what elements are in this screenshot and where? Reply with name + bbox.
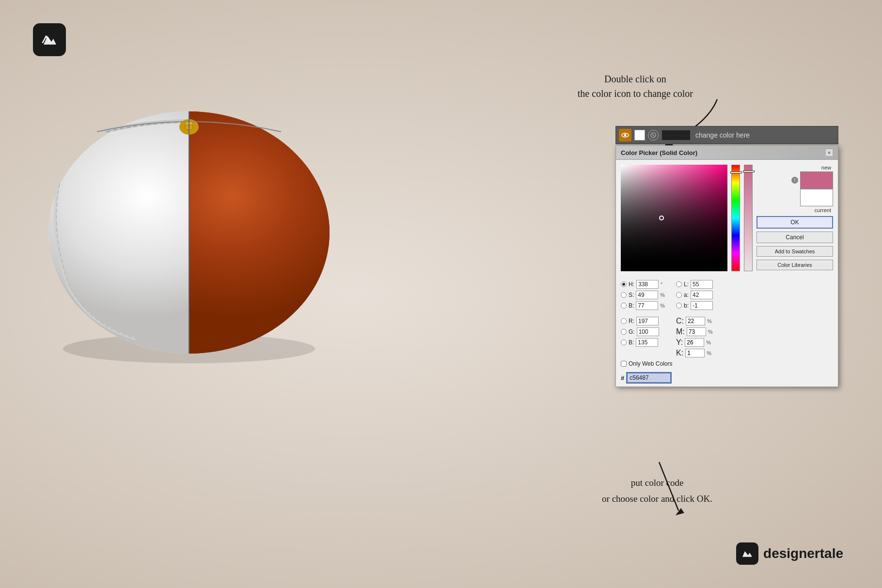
svg-line-16 bbox=[652, 134, 654, 136]
field-input-S[interactable]: 49 bbox=[636, 291, 658, 299]
field-label-L: L: bbox=[684, 281, 689, 288]
field-input-Y[interactable]: 26 bbox=[685, 338, 704, 347]
field-input-L[interactable]: 55 bbox=[691, 280, 713, 289]
color-picker-right-panel: new ! current OK Cancel A bbox=[756, 165, 833, 271]
logo-bottom: designertale bbox=[736, 542, 843, 565]
field-row-Y: Y: 26 % bbox=[676, 338, 716, 347]
svg-marker-17 bbox=[676, 508, 684, 515]
alpha-slider[interactable] bbox=[744, 165, 753, 271]
field-input-B2[interactable]: 135 bbox=[636, 338, 658, 347]
field-label-H: H: bbox=[629, 281, 634, 288]
field-row-H: H: 338 ° bbox=[621, 280, 668, 289]
photoshop-ui: change color here Color Picker (Solid Co… bbox=[615, 126, 838, 387]
field-label-R: R: bbox=[629, 318, 634, 325]
field-input-M[interactable]: 73 bbox=[687, 327, 706, 336]
layer-white-swatch[interactable] bbox=[634, 130, 645, 140]
brand-name: designertale bbox=[763, 546, 843, 561]
field-unit-H: ° bbox=[661, 281, 668, 287]
layer-label: change color here bbox=[695, 131, 835, 139]
field-row-M: M: 73 % bbox=[676, 327, 716, 336]
field-row-b2: b: -1 bbox=[676, 301, 716, 310]
radio-a[interactable] bbox=[676, 292, 682, 298]
field-label-B: B: bbox=[629, 302, 634, 309]
layer-circle-icon bbox=[648, 130, 659, 140]
bag-illustration bbox=[10, 48, 368, 378]
only-web-colors-checkbox[interactable] bbox=[621, 361, 627, 367]
field-input-K[interactable]: 1 bbox=[685, 349, 705, 357]
hue-thumb bbox=[730, 171, 742, 173]
close-button[interactable]: × bbox=[825, 149, 833, 156]
hex-symbol: # bbox=[621, 374, 624, 382]
field-label-Y: Y: bbox=[676, 338, 683, 347]
color-picker-dialog: Color Picker (Solid Color) × bbox=[615, 145, 838, 387]
radio-B[interactable] bbox=[621, 303, 627, 309]
field-unit-M: % bbox=[708, 329, 716, 335]
gradient-cursor bbox=[659, 216, 664, 220]
field-row-L: L: 55 bbox=[676, 280, 716, 289]
field-label-C: C: bbox=[676, 317, 684, 325]
label-new: new bbox=[821, 165, 831, 170]
color-fields-left: H: 338 ° S: 49 % B: 77 % bbox=[621, 280, 668, 357]
field-input-B[interactable]: 77 bbox=[636, 301, 658, 310]
field-input-R[interactable]: 197 bbox=[636, 317, 659, 325]
new-color-swatch bbox=[800, 171, 833, 189]
field-row-B2: B: 135 bbox=[621, 338, 668, 347]
cancel-button[interactable]: Cancel bbox=[756, 232, 833, 243]
logo-bottom-icon bbox=[736, 542, 758, 565]
color-libraries-button[interactable]: Color Libraries bbox=[756, 260, 833, 270]
field-unit-B: % bbox=[660, 303, 668, 309]
radio-R[interactable] bbox=[621, 318, 627, 324]
hex-row: # c56487 bbox=[616, 371, 838, 387]
field-row-a: a: 42 bbox=[676, 291, 716, 299]
layer-dark-bar bbox=[662, 130, 691, 140]
current-color-swatch bbox=[800, 189, 833, 206]
color-fields-right: L: 55 a: 42 b: -1 C: 22 % bbox=[676, 280, 716, 357]
color-fields: H: 338 ° S: 49 % B: 77 % bbox=[616, 276, 838, 360]
web-colors-label: Only Web Colors bbox=[629, 360, 672, 367]
field-input-G[interactable]: 100 bbox=[637, 327, 659, 336]
radio-B2[interactable] bbox=[621, 340, 627, 345]
color-gradient-picker[interactable] bbox=[621, 165, 727, 271]
field-row-K: K: 1 % bbox=[676, 349, 716, 357]
radio-L[interactable] bbox=[676, 281, 682, 287]
field-row-S: S: 49 % bbox=[621, 291, 668, 299]
field-row-B: B: 77 % bbox=[621, 301, 668, 310]
radio-S[interactable] bbox=[621, 292, 627, 298]
layer-eye-icon[interactable] bbox=[619, 129, 631, 141]
web-colors-row: Only Web Colors bbox=[616, 360, 838, 371]
field-unit-Y: % bbox=[706, 340, 714, 345]
field-input-H[interactable]: 338 bbox=[636, 280, 659, 289]
field-label-G: G: bbox=[629, 328, 635, 335]
field-row-C: C: 22 % bbox=[676, 317, 716, 325]
label-current: current bbox=[815, 207, 831, 213]
alpha-thumb bbox=[743, 170, 755, 172]
radio-G[interactable] bbox=[621, 329, 627, 335]
radio-H[interactable] bbox=[621, 281, 627, 287]
field-label-b2: b: bbox=[684, 302, 689, 309]
field-input-b2[interactable]: -1 bbox=[691, 301, 713, 310]
color-picker-titlebar: Color Picker (Solid Color) × bbox=[616, 146, 838, 160]
hex-input[interactable]: c56487 bbox=[627, 373, 671, 383]
arrow-bottom bbox=[582, 452, 698, 520]
svg-rect-18 bbox=[740, 546, 755, 561]
hue-slider[interactable] bbox=[731, 165, 740, 271]
layer-bar[interactable]: change color here bbox=[615, 126, 838, 144]
field-label-S: S: bbox=[629, 292, 634, 298]
field-label-K: K: bbox=[676, 349, 683, 357]
color-picker-title: Color Picker (Solid Color) bbox=[621, 149, 697, 156]
add-to-swatches-button[interactable]: Add to Swatches bbox=[756, 246, 833, 257]
radio-b2[interactable] bbox=[676, 303, 682, 309]
field-input-a[interactable]: 42 bbox=[691, 291, 713, 299]
field-label-a: a: bbox=[684, 292, 689, 298]
field-unit-C: % bbox=[707, 318, 715, 324]
field-input-C[interactable]: 22 bbox=[686, 317, 705, 325]
field-unit-K: % bbox=[707, 350, 714, 356]
field-label-M: M: bbox=[676, 327, 685, 336]
field-unit-S: % bbox=[660, 292, 668, 298]
field-row-R: R: 197 bbox=[621, 317, 668, 325]
field-row-G: G: 100 bbox=[621, 327, 668, 336]
svg-point-14 bbox=[624, 134, 627, 137]
ok-button[interactable]: OK bbox=[756, 216, 833, 229]
color-picker-body: new ! current OK Cancel A bbox=[616, 160, 838, 276]
field-label-B2: B: bbox=[629, 339, 634, 346]
